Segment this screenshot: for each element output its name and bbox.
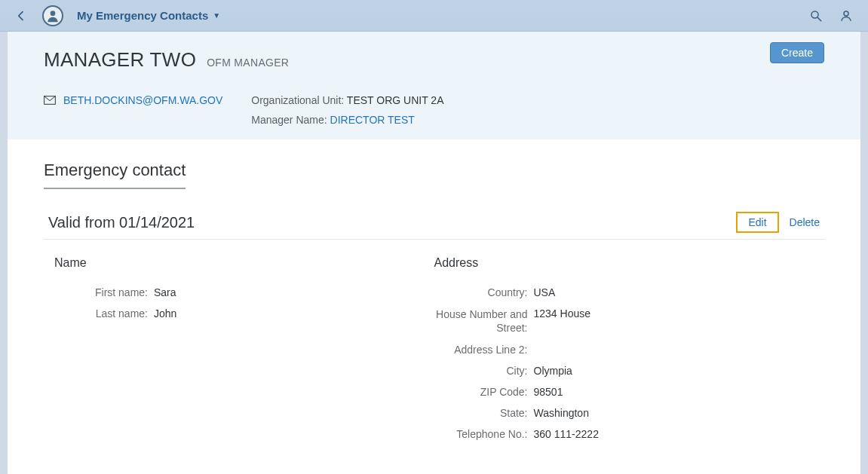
- user-button[interactable]: [838, 8, 854, 24]
- state-value: Washington: [534, 407, 589, 419]
- user-icon: [839, 9, 853, 23]
- svg-line-2: [817, 17, 821, 21]
- email-link[interactable]: BETH.DOCKINS@OFM.WA.GOV: [63, 94, 222, 106]
- first-name-value: Sara: [154, 286, 176, 298]
- create-button[interactable]: Create: [770, 42, 824, 63]
- address-heading: Address: [434, 256, 814, 270]
- street-value: 1234 House: [534, 307, 591, 335]
- country-label: Country:: [434, 286, 534, 298]
- name-column: Name First name: Sara Last name: John: [54, 256, 434, 449]
- zip-label: ZIP Code:: [434, 386, 534, 398]
- person-role: OFM MANAGER: [207, 57, 289, 69]
- name-heading: Name: [54, 256, 434, 270]
- street-label: House Number and Street:: [434, 307, 534, 335]
- valid-from-text: Valid from 01/14/2021: [48, 214, 195, 231]
- delete-button[interactable]: Delete: [790, 216, 820, 228]
- app-title-dropdown[interactable]: My Emergency Contacts ▼: [77, 9, 220, 22]
- addr2-label: Address Line 2:: [434, 344, 534, 356]
- app-title-text: My Emergency Contacts: [77, 9, 208, 22]
- chevron-down-icon: ▼: [213, 11, 220, 20]
- header-section: MANAGER TWO OFM MANAGER Create BETH.DOCK…: [8, 32, 860, 139]
- city-value: Olympia: [534, 365, 572, 377]
- search-icon: [809, 9, 823, 23]
- chevron-left-icon: [15, 10, 27, 22]
- org-unit-value: TEST ORG UNIT 2A: [347, 94, 444, 106]
- manager-name-link[interactable]: DIRECTOR TEST: [330, 114, 415, 126]
- country-value: USA: [534, 286, 556, 298]
- topbar: My Emergency Contacts ▼: [0, 0, 868, 32]
- svg-point-3: [844, 11, 848, 16]
- state-label: State:: [434, 407, 534, 419]
- mail-icon: [44, 96, 56, 105]
- city-label: City:: [434, 365, 534, 377]
- svg-point-1: [811, 11, 818, 18]
- org-unit-label: Organizational Unit:: [251, 94, 344, 106]
- page: MANAGER TWO OFM MANAGER Create BETH.DOCK…: [8, 32, 860, 474]
- manager-name-label: Manager Name:: [251, 114, 327, 126]
- tel-label: Telephone No.:: [434, 428, 534, 440]
- search-button[interactable]: [808, 8, 824, 24]
- last-name-label: Last name:: [54, 307, 154, 320]
- edit-button[interactable]: Edit: [736, 212, 778, 233]
- zip-value: 98501: [534, 386, 563, 398]
- svg-point-0: [51, 11, 56, 16]
- first-name-label: First name:: [54, 286, 154, 298]
- seal-icon: [45, 8, 60, 23]
- page-title: MANAGER TWO: [44, 48, 196, 72]
- record-header: Valid from 01/14/2021 Edit Delete: [44, 212, 824, 240]
- content-section: Emergency contact Valid from 01/14/2021 …: [8, 139, 860, 449]
- address-column: Address Country: USA House Number and St…: [434, 256, 814, 449]
- tel-value: 360 111-2222: [534, 428, 599, 440]
- app-logo: [42, 5, 63, 26]
- tab-emergency-contact[interactable]: Emergency contact: [44, 161, 186, 189]
- last-name-value: John: [154, 307, 176, 320]
- back-button[interactable]: [14, 8, 29, 23]
